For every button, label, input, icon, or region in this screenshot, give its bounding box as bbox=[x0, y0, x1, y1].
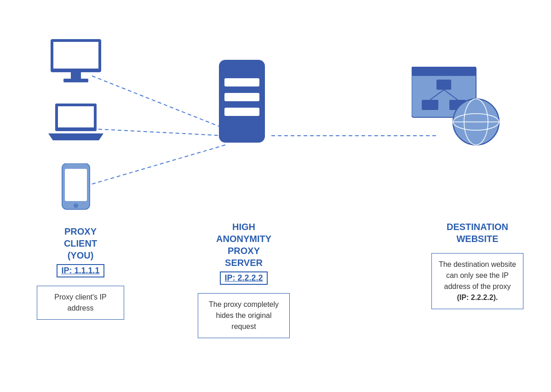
destination-title: DESTINATION WEBSITE bbox=[431, 221, 523, 245]
svg-line-0 bbox=[92, 76, 225, 129]
destination-icon bbox=[412, 67, 504, 151]
svg-point-13 bbox=[74, 203, 78, 208]
svg-rect-5 bbox=[53, 42, 98, 69]
svg-rect-15 bbox=[224, 78, 259, 86]
proxy-server-title: HIGH ANONYMITY PROXY SERVER bbox=[198, 221, 290, 269]
svg-rect-12 bbox=[65, 169, 87, 201]
proxy-server-ip: IP: 2.2.2.2 bbox=[220, 271, 267, 285]
proxy-client-ip: IP: 1.1.1.1 bbox=[57, 264, 104, 277]
proxy-client-title: PROXY CLIENT (YOU) bbox=[37, 225, 124, 261]
svg-line-1 bbox=[92, 129, 225, 136]
desktop-icon bbox=[46, 39, 106, 92]
svg-rect-17 bbox=[224, 108, 259, 116]
svg-rect-6 bbox=[71, 72, 81, 79]
proxy-client-info: Proxy client's IP address bbox=[37, 286, 124, 320]
svg-rect-19 bbox=[412, 67, 476, 76]
proxy-client-label: PROXY CLIENT (YOU) IP: 1.1.1.1 Proxy cli… bbox=[37, 225, 124, 320]
svg-rect-9 bbox=[58, 106, 94, 127]
destination-info: The destination website can only see the… bbox=[431, 253, 523, 309]
svg-rect-16 bbox=[224, 93, 259, 101]
proxy-server-info: The proxy completely hides the original … bbox=[198, 293, 290, 338]
proxy-server-label: HIGH ANONYMITY PROXY SERVER IP: 2.2.2.2 … bbox=[198, 221, 290, 338]
phone-icon bbox=[60, 163, 92, 216]
laptop-icon bbox=[46, 104, 106, 147]
destination-label: DESTINATION WEBSITE The destination webs… bbox=[431, 221, 523, 309]
svg-rect-20 bbox=[436, 80, 451, 90]
svg-rect-23 bbox=[422, 100, 438, 110]
svg-line-2 bbox=[92, 145, 225, 184]
proxy-server-icon bbox=[214, 55, 270, 149]
svg-rect-7 bbox=[63, 79, 88, 82]
diagram-container: PROXY CLIENT (YOU) IP: 1.1.1.1 Proxy cli… bbox=[0, 0, 551, 392]
